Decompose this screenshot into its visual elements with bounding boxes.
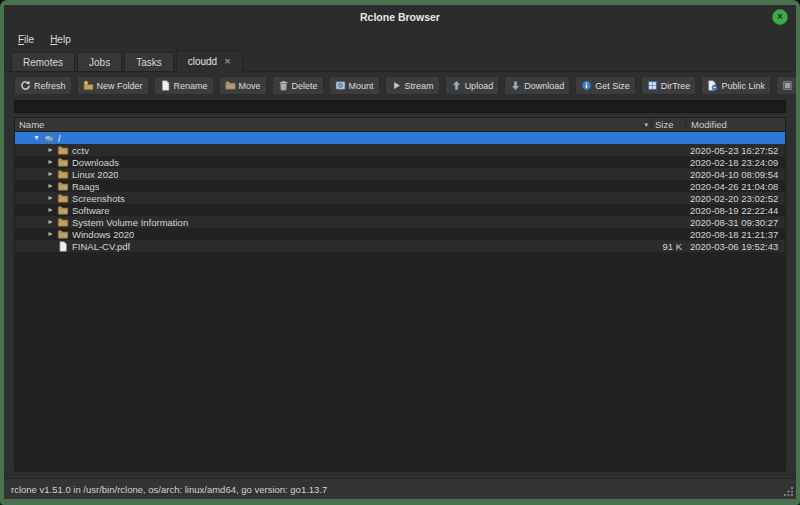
row-name-label: Downloads xyxy=(72,157,119,168)
menu-help[interactable]: Help xyxy=(42,32,79,47)
titlebar[interactable]: Rclone Browser × xyxy=(4,5,796,29)
folder-icon xyxy=(57,145,69,156)
expander-icon[interactable]: ▾ xyxy=(31,134,42,142)
row-name-label: / xyxy=(58,133,61,144)
rename-button[interactable]: Rename xyxy=(154,76,214,95)
close-window-button[interactable]: × xyxy=(772,9,788,25)
delete-button[interactable]: Delete xyxy=(272,76,324,95)
expander-icon[interactable]: ▸ xyxy=(45,182,56,190)
tab-jobs[interactable]: Jobs xyxy=(77,52,122,71)
row-name-label: Windows 2020 xyxy=(72,229,134,240)
window-title: Rclone Browser xyxy=(360,11,440,23)
window-frame: Rclone Browser × File Help Remotes Jobs … xyxy=(4,5,796,499)
table-row[interactable]: ▸ Screenshots 2020-02-20 23:02:52 xyxy=(15,192,785,204)
table-row[interactable]: ▸ cctv 2020-05-23 16:27:52 xyxy=(15,144,785,156)
cell-name: ▸ cctv xyxy=(15,145,651,156)
column-header-size[interactable]: Size xyxy=(651,118,685,131)
toolbar: Refresh New Folder Rename Move Delete Mo… xyxy=(14,76,786,95)
tabbar: Remotes Jobs Tasks cloudd × xyxy=(4,49,796,72)
upload-button[interactable]: Upload xyxy=(445,76,500,95)
expander-icon[interactable]: ▸ xyxy=(45,170,56,178)
path-input[interactable] xyxy=(15,101,785,112)
cell-name: ▸ Linux 2020 xyxy=(15,169,651,180)
cell-name: ▸ Software xyxy=(15,205,651,216)
table-row[interactable]: ▸ Software 2020-08-19 22:22:44 xyxy=(15,204,785,216)
tab-label: Tasks xyxy=(136,57,162,68)
table-row[interactable]: ▸ Downloads 2020-02-18 23:24:09 xyxy=(15,156,785,168)
expander-icon[interactable]: ▸ xyxy=(45,146,56,154)
tab-label: Jobs xyxy=(89,57,110,68)
move-button[interactable]: Move xyxy=(219,76,267,95)
row-name-label: Raags xyxy=(72,181,99,192)
resize-grip[interactable] xyxy=(783,486,794,497)
row-name-label: cctv xyxy=(72,145,89,156)
cell-modified: 2020-05-23 16:27:52 xyxy=(685,145,785,156)
menu-file[interactable]: File xyxy=(10,32,42,47)
folder-icon xyxy=(57,229,69,240)
upload-icon xyxy=(451,80,462,91)
column-header-name[interactable]: Name ▾ xyxy=(15,118,651,131)
folder-icon xyxy=(57,157,69,168)
move-icon xyxy=(225,80,236,91)
rename-icon xyxy=(160,80,171,91)
refresh-button[interactable]: Refresh xyxy=(14,76,72,95)
tab-remotes[interactable]: Remotes xyxy=(11,52,75,71)
export-icon xyxy=(782,80,793,91)
expander-icon[interactable]: ▸ xyxy=(45,158,56,166)
table-row[interactable]: ▸ Windows 2020 2020-08-18 21:21:37 xyxy=(15,228,785,240)
cell-modified: 2020-08-19 22:22:44 xyxy=(685,205,785,216)
drive-icon xyxy=(43,133,55,144)
table-row[interactable]: FINAL-CV.pdf 91 K 2020-03-06 19:52:43 xyxy=(15,240,785,252)
get-size-icon xyxy=(581,80,592,91)
folder-icon xyxy=(57,193,69,204)
public-link-icon xyxy=(707,80,718,91)
download-icon xyxy=(510,80,521,91)
table-row[interactable]: ▸ Linux 2020 2020-04-10 08:09:54 xyxy=(15,168,785,180)
row-name-label: Linux 2020 xyxy=(72,169,118,180)
expander-icon[interactable]: ▸ xyxy=(45,230,56,238)
export-button[interactable]: Export xyxy=(776,76,796,95)
stream-button[interactable]: Stream xyxy=(385,76,440,95)
cell-name: ▸ Screenshots xyxy=(15,193,651,204)
tree-header: Name ▾ Size Modified xyxy=(15,118,785,132)
folder-icon xyxy=(57,169,69,180)
get-size-button[interactable]: Get Size xyxy=(575,76,636,95)
new-folder-button[interactable]: New Folder xyxy=(77,76,149,95)
expander-icon[interactable]: ▸ xyxy=(45,194,56,202)
cell-modified: 2020-08-31 09:30:27 xyxy=(685,217,785,228)
expander-icon[interactable]: ▸ xyxy=(45,218,56,226)
file-icon xyxy=(57,241,69,252)
folder-icon xyxy=(57,205,69,216)
column-size-label: Size xyxy=(655,119,673,130)
column-modified-label: Modified xyxy=(691,119,727,130)
public-link-button[interactable]: Public Link xyxy=(701,76,771,95)
dirtree-icon xyxy=(647,80,658,91)
cell-modified: 2020-02-18 23:24:09 xyxy=(685,157,785,168)
stream-icon xyxy=(391,80,402,91)
expander-icon[interactable]: ▸ xyxy=(45,206,56,214)
mount-button[interactable]: Mount xyxy=(329,76,380,95)
table-row[interactable]: ▸ Raags 2020-04-26 21:04:08 xyxy=(15,180,785,192)
tab-pane: Refresh New Folder Rename Move Delete Mo… xyxy=(4,72,796,478)
column-name-label: Name xyxy=(19,119,44,130)
folder-icon xyxy=(57,181,69,192)
tab-tasks[interactable]: Tasks xyxy=(124,52,174,71)
column-header-modified[interactable]: Modified xyxy=(685,118,785,131)
delete-icon xyxy=(278,80,289,91)
folder-icon xyxy=(57,217,69,228)
tab-cloudd[interactable]: cloudd × xyxy=(176,50,243,72)
cell-name: ▸ Downloads xyxy=(15,157,651,168)
table-row[interactable]: ▸ System Volume Information 2020-08-31 0… xyxy=(15,216,785,228)
download-button[interactable]: Download xyxy=(504,76,570,95)
status-text: rclone v1.51.0 in /usr/bin/rclone, os/ar… xyxy=(11,484,327,495)
dirtree-button[interactable]: DirTree xyxy=(641,76,697,95)
statusbar: rclone v1.51.0 in /usr/bin/rclone, os/ar… xyxy=(4,478,796,499)
tab-label: cloudd xyxy=(188,56,217,67)
cell-modified: 2020-04-26 21:04:08 xyxy=(685,181,785,192)
table-row[interactable]: ▾ / xyxy=(15,132,785,144)
row-name-label: Software xyxy=(72,205,110,216)
tab-close-icon[interactable]: × xyxy=(224,56,230,67)
cell-name: FINAL-CV.pdf xyxy=(15,241,651,252)
cell-size: 91 K xyxy=(651,241,685,252)
file-tree: Name ▾ Size Modified ▾ / xyxy=(14,117,786,472)
